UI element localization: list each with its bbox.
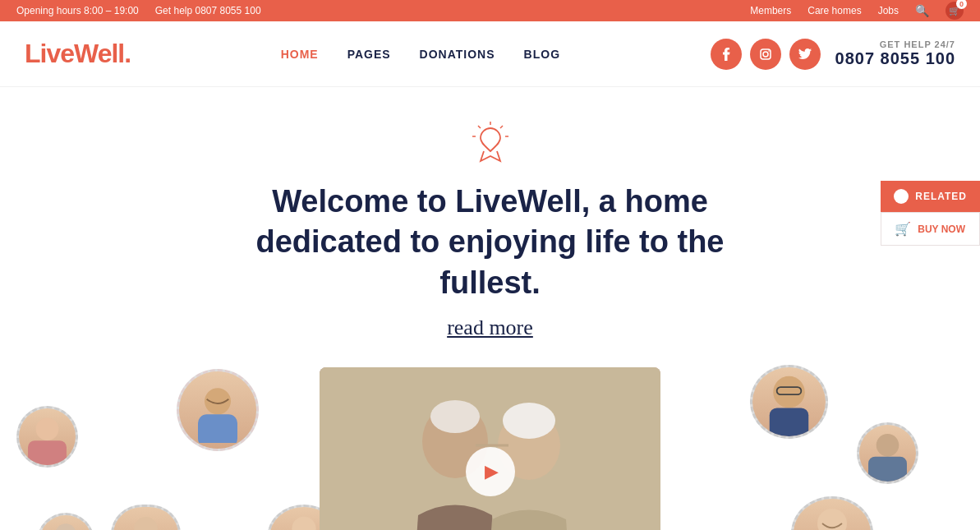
svg-point-20 (134, 517, 158, 530)
related-dot-icon (894, 189, 909, 204)
svg-line-5 (478, 126, 481, 128)
avatar-bubble-8 (37, 513, 94, 530)
play-arrow-icon: ▶ (485, 461, 499, 482)
cart-icon[interactable]: 🛒 0 (945, 2, 964, 20)
buy-now-button[interactable]: 🛒 BUY NOW (881, 212, 980, 246)
related-button[interactable]: RELATED (881, 181, 980, 212)
facebook-button[interactable] (711, 39, 742, 70)
avatar-bubble-5 (750, 365, 828, 439)
social-icons (711, 39, 821, 70)
avatar-bubble-7 (791, 496, 873, 530)
help-block: GET HELP 24/7 0807 8055 100 (835, 39, 955, 68)
svg-point-18 (292, 517, 315, 530)
svg-point-27 (817, 509, 847, 530)
buy-now-label: BUY NOW (918, 224, 965, 235)
svg-point-15 (430, 400, 480, 433)
related-label: RELATED (915, 191, 967, 202)
ribbon-icon-container (16, 120, 964, 169)
avatar-face-7 (794, 499, 871, 530)
svg-point-1 (763, 52, 768, 57)
hero-section: Welcome to LiveWell, a home dedicated to… (0, 87, 980, 530)
instagram-button[interactable] (750, 39, 781, 70)
main-navigation: LiveWell. HOME PAGES DONATIONS BLOG GET … (0, 21, 980, 87)
avatar-bubble-1 (177, 369, 259, 451)
nav-donations[interactable]: DONATIONS (420, 48, 495, 61)
search-icon[interactable]: 🔍 (915, 4, 929, 17)
avatar-face-6 (859, 425, 916, 482)
svg-point-2 (768, 50, 770, 52)
avatar-face-4 (113, 507, 178, 530)
avatar-bubble-6 (857, 422, 918, 484)
avatar-face-8 (39, 515, 92, 530)
avatar-face-1 (179, 371, 256, 449)
twitter-button[interactable] (789, 39, 821, 70)
cart-side-icon: 🛒 (895, 221, 911, 237)
svg-point-25 (876, 434, 899, 457)
svg-point-10 (36, 417, 59, 440)
members-link[interactable]: Members (750, 5, 791, 16)
ribbon-svg-icon (466, 120, 515, 169)
logo[interactable]: LiveWell. (25, 39, 131, 69)
top-bar: Opening hours 8:00 – 19:00 Get help 0807… (0, 0, 980, 21)
svg-rect-9 (198, 415, 237, 444)
read-more-link[interactable]: read more (447, 316, 533, 340)
phone-number[interactable]: 0807 8055 100 (835, 49, 955, 68)
opening-hours: Opening hours 8:00 – 19:00 (16, 5, 139, 16)
avatar-face-5 (752, 367, 826, 436)
top-bar-left: Opening hours 8:00 – 19:00 Get help 0807… (16, 5, 261, 16)
main-video-thumbnail[interactable]: Marilyn ♡ ▶ (320, 367, 660, 530)
avatar-bubble-2 (16, 406, 78, 468)
svg-rect-26 (868, 457, 907, 484)
svg-rect-11 (28, 440, 67, 466)
nav-home[interactable]: HOME (281, 48, 319, 61)
jobs-link[interactable]: Jobs (878, 5, 899, 16)
play-button[interactable]: ▶ (466, 447, 515, 496)
svg-point-16 (503, 403, 555, 439)
cart-badge: 0 (956, 0, 967, 9)
related-panel: RELATED 🛒 BUY NOW (881, 181, 980, 246)
nav-links: HOME PAGES DONATIONS BLOG (281, 48, 560, 61)
hero-title: Welcome to LiveWell, a home dedicated to… (203, 182, 778, 303)
svg-point-22 (773, 376, 805, 408)
svg-line-4 (500, 126, 503, 128)
nav-pages[interactable]: PAGES (347, 48, 391, 61)
logo-dot: . (124, 39, 131, 68)
svg-rect-24 (770, 408, 808, 440)
nav-blog[interactable]: BLOG (524, 48, 560, 61)
top-bar-right: Members Care homes Jobs 🔍 🛒 0 (750, 2, 964, 20)
care-homes-link[interactable]: Care homes (807, 5, 861, 16)
avatar-face-2 (19, 408, 76, 465)
get-help-label: GET HELP 24/7 (835, 39, 955, 49)
svg-point-29 (55, 523, 76, 530)
nav-right: GET HELP 24/7 0807 8055 100 (711, 39, 955, 70)
collage-area: Marilyn ♡ ▶ (16, 361, 964, 530)
get-help-top: Get help 0807 8055 100 (155, 5, 261, 16)
logo-text: LiveWell (25, 39, 124, 68)
avatar-bubble-4 (111, 505, 181, 530)
